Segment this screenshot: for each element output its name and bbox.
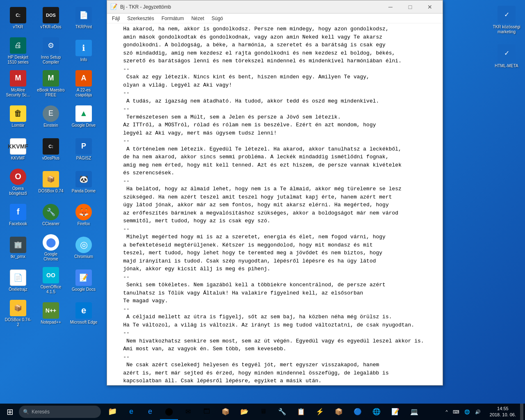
taskbar-winrar[interactable]: 📦 <box>330 404 348 420</box>
icon-dosbox0742[interactable]: 📦 DOSBox 0.74-2 <box>2 297 34 329</box>
icon-einstein[interactable]: E Einstein <box>35 100 67 132</box>
taskbar-folder[interactable]: 📂 <box>235 404 253 420</box>
systray-chevron[interactable]: ^ <box>444 409 450 415</box>
taskbar-search[interactable]: 🔍 Keresés <box>19 406 101 418</box>
close-button[interactable]: ✕ <box>420 1 439 13</box>
systray-keyboard[interactable]: ⌨ <box>451 409 461 415</box>
taskbar-app6[interactable]: 🌐 <box>368 404 386 420</box>
menu-view[interactable]: Nézet <box>188 15 207 22</box>
icon-opera[interactable]: O Opera böngésző <box>2 166 34 198</box>
taskbar-clock[interactable]: 14:55 2018. 10. 06. <box>486 406 519 418</box>
icon-tkrprint[interactable]: 📄 TKRPrint <box>68 2 100 34</box>
taskbar-calc[interactable]: 🗔 <box>198 404 216 420</box>
menu-help[interactable]: Súgó <box>208 15 226 22</box>
systray-volume[interactable]: 🔊 <box>473 409 482 415</box>
search-icon: 🔍 <box>23 409 29 415</box>
taskbar-show-desktop[interactable] <box>520 404 523 420</box>
taskbar-apps: 📁 e e ⬤ ✉ 🗔 📦 📂 🖥 🔧 📋 ⚡ 📦 🔵 🌐 📝 💻 <box>102 404 440 420</box>
window-controls: ─ □ ✕ <box>381 1 439 13</box>
icon-vtKR[interactable]: C: vTKR <box>2 2 34 34</box>
menu-file[interactable]: Fájl <box>109 15 123 22</box>
icon-dosbox074[interactable]: 📦 DOSBox 0.74 <box>35 166 67 198</box>
window-menubar: Fájl Szerkesztés Formátum Nézet Súgó <box>107 14 443 23</box>
icon-pagisz[interactable]: P PÁGISZ <box>68 133 100 165</box>
icon-ccleaner[interactable]: 🔧 CCleaner <box>35 199 67 231</box>
icon-ebook-maestro[interactable]: M eBook Maestro FREE <box>35 68 67 100</box>
desktop: C: vTKR DOS vTKR-vDos 📄 TKRPrint 🖨 HP De… <box>0 0 525 420</box>
taskbar-edge[interactable]: e <box>122 404 140 420</box>
taskbar-app5[interactable]: 🔵 <box>349 404 367 420</box>
notepad-content[interactable]: Ha akarod, ha nem, akkor is gondolkodsz.… <box>107 23 443 385</box>
icon-a22[interactable]: A A 22-es csapdája <box>68 68 100 100</box>
icon-info[interactable]: ℹ Info <box>68 35 100 67</box>
menu-edit[interactable]: Szerkesztés <box>124 15 157 22</box>
icon-inno-setup[interactable]: ⚙ Inno Setup Compiler <box>35 35 67 67</box>
desktop-icons-right: ✓ TKR közösségi marketing ✓ HTML-META <box>488 0 525 76</box>
clock-time: 14:55 <box>497 406 509 412</box>
icon-mcafee[interactable]: M McAfee Security Sc... <box>2 68 34 100</box>
menu-format[interactable]: Formátum <box>158 15 187 22</box>
taskbar-app3[interactable]: 📋 <box>292 404 310 420</box>
icon-vdosplus[interactable]: C: vDosPlus <box>35 133 67 165</box>
notepad-window: 📝 Bj - TKR - Jegyzettömb ─ □ ✕ Fájl Szer… <box>107 0 443 386</box>
icon-chromium[interactable]: ◎ Chromium <box>68 232 100 264</box>
icon-firefox[interactable]: 🦊 Firefox <box>68 199 100 231</box>
icon-tkr-prnx[interactable]: 🏢 tkr_prnx <box>2 232 34 264</box>
icon-html-meta[interactable]: ✓ HTML-META <box>491 40 523 72</box>
taskbar-chrome[interactable]: ⬤ <box>160 404 178 420</box>
maximize-button[interactable]: □ <box>401 1 420 13</box>
taskbar-app2[interactable]: 🔧 <box>273 404 291 420</box>
icon-ms-edge[interactable]: e Microsoft Edge <box>68 297 100 329</box>
icon-lomtar[interactable]: 🗑 Lomtár <box>2 100 34 132</box>
icon-vtkr-vdos[interactable]: DOS vTKR-vDos <box>35 2 67 34</box>
icon-google-drive[interactable]: ▲ Google Drive <box>68 100 100 132</box>
taskbar-dosbox[interactable]: 📦 <box>217 404 235 420</box>
start-button[interactable]: ⊞ <box>2 404 18 420</box>
icon-openoffice[interactable]: OO OpenOffice 4.1.5 <box>35 265 67 297</box>
icon-panda-dome[interactable]: 🐼 Panda Dome <box>68 166 100 198</box>
icon-tkr-marketing[interactable]: ✓ TKR közösségi marketing <box>491 4 523 36</box>
taskbar-app4[interactable]: ⚡ <box>311 404 329 420</box>
clock-date: 2018. 10. 06. <box>490 412 516 418</box>
minimize-button[interactable]: ─ <box>381 1 400 13</box>
icon-google-docs[interactable]: 📝 Google Docs <box>68 265 100 297</box>
notepad-window-icon: 📝 <box>110 3 118 11</box>
search-label: Keresés <box>32 409 50 415</box>
window-titlebar[interactable]: 📝 Bj - TKR - Jegyzettömb ─ □ ✕ <box>107 0 443 14</box>
icon-facebook[interactable]: f Facebook <box>2 199 34 231</box>
icon-hp-deskjet[interactable]: 🖨 HP Deskjet 1510 series <box>2 35 34 67</box>
icon-google-chrome[interactable]: ⬤ Google Chrome <box>35 232 67 264</box>
taskbar-app1[interactable]: 🖥 <box>254 404 272 420</box>
taskbar-file-explorer[interactable]: 📁 <box>103 404 121 420</box>
icon-kkvmf[interactable]: KKVMF KKVMF <box>2 133 34 165</box>
taskbar-systray: ^ ⌨ 🌐 🔊 <box>441 409 486 415</box>
taskbar-notepad-app[interactable]: 📝 <box>386 404 404 420</box>
taskbar-app7[interactable]: 💻 <box>405 404 423 420</box>
taskbar-ie[interactable]: e <box>141 404 159 420</box>
systray-network[interactable]: 🌐 <box>463 409 472 415</box>
taskbar-mail[interactable]: ✉ <box>179 404 197 420</box>
window-title: Bj - TKR - Jegyzettömb <box>120 4 381 10</box>
desktop-icons-left: C: vTKR DOS vTKR-vDos 📄 TKRPrint 🖨 HP De… <box>0 0 107 390</box>
taskbar: ⊞ 🔍 Keresés 📁 e e ⬤ ✉ 🗔 📦 📂 🖥 🔧 📋 ⚡ 📦 🔵 … <box>0 404 525 420</box>
icon-notepadpp[interactable]: N++ Notepad++ <box>35 297 67 329</box>
icon-oneletrajz[interactable]: 📄 Önéletrajz <box>2 265 34 297</box>
